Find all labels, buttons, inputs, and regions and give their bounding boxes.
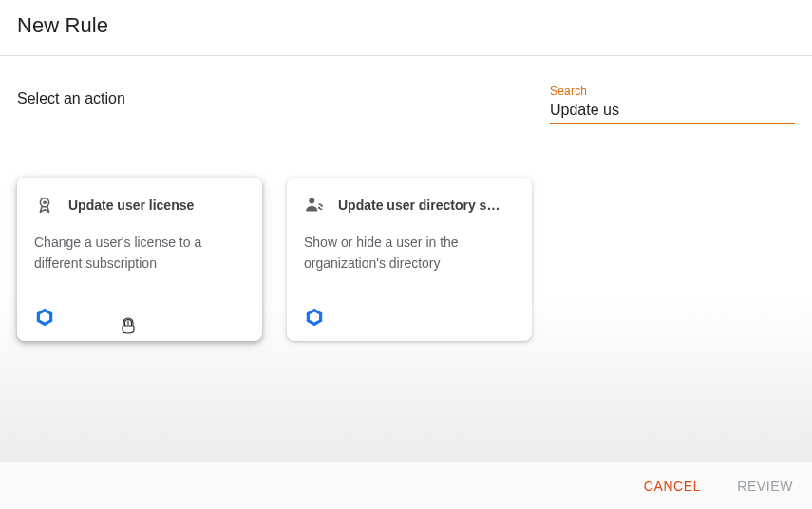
service-hex-icon <box>304 307 325 328</box>
action-card-update-user-license[interactable]: Update user license Change a user's lice… <box>17 178 262 341</box>
card-description: Change a user's license to a different s… <box>34 233 245 273</box>
svg-point-1 <box>43 200 47 204</box>
header: New Rule <box>0 0 812 56</box>
body: Select an action Search Update user li <box>0 56 812 462</box>
search-input[interactable] <box>550 98 795 124</box>
card-description: Show or hide a user in the organization'… <box>304 233 515 273</box>
section-title: Select an action <box>17 90 125 107</box>
page-title: New Rule <box>17 13 795 38</box>
review-button[interactable]: REVIEW <box>733 471 797 501</box>
action-card-update-user-directory[interactable]: Update user directory s… Show or hide a … <box>287 178 532 341</box>
card-title: Update user directory s… <box>338 198 500 213</box>
cancel-button[interactable]: CANCEL <box>640 471 705 501</box>
service-hex-icon <box>34 307 55 328</box>
user-swap-icon <box>304 195 325 216</box>
search-field[interactable]: Search <box>550 85 795 124</box>
action-cards: Update user license Change a user's lice… <box>17 178 795 341</box>
badge-ribbon-icon <box>34 195 55 216</box>
search-label: Search <box>550 85 795 98</box>
footer: CANCEL REVIEW <box>0 462 812 509</box>
svg-point-4 <box>309 198 314 203</box>
card-title: Update user license <box>68 198 194 213</box>
